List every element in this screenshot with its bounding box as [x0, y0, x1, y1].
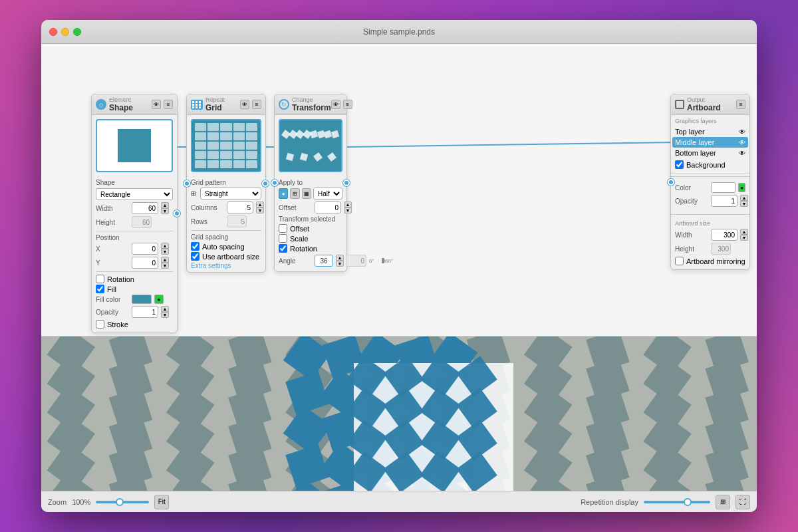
transform-output-connector[interactable] [343, 180, 350, 186]
grid-node: Repeat Grid 👁 ≡ [186, 94, 266, 273]
columns-stepper[interactable]: ▲ ▼ [256, 201, 264, 213]
shape-node-eye[interactable]: 👁 [152, 100, 161, 109]
angle-stepper[interactable]: ▲ ▼ [336, 255, 344, 267]
color-add-btn[interactable]: ● [738, 183, 745, 192]
y-stepper[interactable]: ▲ ▼ [161, 257, 169, 269]
width-up[interactable]: ▲ [161, 202, 169, 208]
fullscreen-btn[interactable]: ⛶ [735, 495, 750, 509]
grid-pattern-select[interactable]: Straight [200, 188, 261, 200]
fill-color-btn[interactable]: ● [154, 295, 164, 304]
shape-output-connector[interactable] [174, 210, 180, 217]
mirroring-checkbox[interactable] [675, 257, 684, 265]
svg-line-2 [347, 142, 677, 147]
y-input[interactable] [132, 257, 158, 269]
transform-node-eye[interactable]: 👁 [331, 100, 340, 109]
grid-input-connector[interactable] [184, 180, 190, 187]
rows-input[interactable] [227, 215, 247, 227]
middle-layer-name: Middle layer [675, 138, 714, 146]
grid-node-eye[interactable]: 👁 [240, 100, 249, 109]
transform-node-title: Transform [292, 103, 331, 112]
shape-node-menu[interactable]: ≡ [164, 100, 173, 109]
width-stepper[interactable]: ▲ ▼ [161, 202, 169, 214]
canvas-area: Zoom 100% Fit Repetition display ⊞ ⛶ [41, 336, 757, 512]
angle-input2[interactable] [346, 255, 366, 267]
rotation-check[interactable] [279, 244, 287, 253]
half-select[interactable]: Half [313, 188, 342, 200]
size-label: Artboard size [675, 220, 745, 227]
apply-grid-btn[interactable]: ⊞ [290, 188, 299, 199]
shape-node-icon: ◇ [96, 99, 106, 110]
maximize-button[interactable] [73, 28, 81, 36]
artboard-width-input[interactable] [711, 229, 737, 241]
shape-select[interactable]: Rectangle [96, 188, 173, 200]
grid-node-header: Repeat Grid 👁 ≡ [187, 94, 265, 115]
artboard-menu[interactable]: ≡ [736, 100, 745, 109]
x-input[interactable] [132, 243, 158, 255]
diamond-12 [327, 152, 336, 162]
bottom-layer-row[interactable]: Bottom layer 👁 [675, 148, 745, 158]
transform-node: ↻ Change Transform 👁 ≡ [274, 94, 347, 272]
bottom-layer-eye[interactable]: 👁 [739, 150, 745, 157]
transform-node-menu[interactable]: ≡ [343, 100, 352, 109]
grid-view-btn[interactable]: ⊞ [716, 495, 730, 509]
offset-check-label: Offset [290, 225, 309, 233]
width-input[interactable] [132, 202, 158, 214]
top-layer-row[interactable]: Top layer 👁 [675, 126, 745, 137]
middle-layer-eye[interactable]: 👁 [739, 139, 745, 146]
shape-preview [96, 119, 173, 172]
layers-section: Graphics layers Top layer 👁 Middle layer… [671, 115, 749, 174]
diamond-9 [285, 153, 294, 162]
fit-button[interactable]: Fit [154, 495, 169, 509]
repetition-thumb[interactable] [684, 498, 692, 506]
opacity-input[interactable] [132, 306, 158, 318]
grid-spacing-label: Grid spacing [191, 233, 261, 241]
background-checkbox[interactable] [675, 160, 684, 169]
top-layer-eye[interactable]: 👁 [739, 128, 745, 136]
grid-node-menu[interactable]: ≡ [252, 100, 261, 109]
fill-checkbox[interactable] [96, 285, 104, 293]
zoom-label: Zoom [48, 498, 66, 506]
minimize-button[interactable] [61, 28, 69, 36]
artboard-opacity-stepper[interactable]: ▲ ▼ [740, 195, 748, 207]
scale-check[interactable] [279, 234, 287, 243]
artboard-input-connector[interactable] [668, 179, 674, 186]
shape-rect-preview [118, 129, 151, 162]
width-down[interactable]: ▼ [161, 208, 169, 214]
zoom-slider[interactable] [96, 501, 149, 503]
rotation-checkbox[interactable] [96, 275, 104, 283]
top-layer-name: Top layer [675, 128, 705, 136]
use-artboard-checkbox[interactable] [191, 252, 200, 261]
artboard-subtitle: Output [687, 96, 721, 103]
repetition-slider[interactable] [644, 501, 710, 503]
middle-layer-row[interactable]: Middle layer 👁 [672, 137, 748, 148]
transform-input-connector[interactable] [271, 180, 278, 186]
height-input[interactable] [132, 216, 152, 228]
offset-stepper[interactable]: ▲ ▼ [344, 201, 352, 213]
extra-settings-link[interactable]: Extra settings [191, 262, 261, 269]
zoom-thumb[interactable] [116, 498, 124, 506]
rotation-check-label: Rotation [290, 245, 317, 253]
x-stepper[interactable]: ▲ ▼ [161, 243, 169, 255]
close-button[interactable] [49, 28, 57, 36]
stroke-checkbox[interactable] [96, 320, 104, 329]
opacity-stepper[interactable]: ▲ ▼ [161, 306, 169, 318]
apply-circle-btn[interactable]: ● [279, 188, 288, 199]
auto-spacing-checkbox[interactable] [191, 242, 200, 251]
grid-output-connector[interactable] [262, 180, 269, 187]
artboard-opacity-input[interactable] [711, 195, 737, 207]
fill-color-swatch[interactable] [132, 295, 152, 304]
artboard-width-stepper[interactable]: ▲ ▼ [740, 229, 748, 241]
angle-input[interactable] [315, 255, 333, 267]
angle-min: 0° [369, 258, 374, 264]
offset-check[interactable] [279, 224, 287, 233]
apply-all-btn[interactable]: ▦ [302, 188, 311, 199]
artboard-title: Artboard [687, 103, 721, 112]
diamond-10 [299, 153, 308, 162]
transform-selected-label: Transform selected [279, 215, 342, 223]
color-swatch[interactable] [711, 182, 735, 193]
artboard-height-input[interactable] [711, 243, 731, 255]
offset-input[interactable] [315, 201, 341, 213]
auto-spacing-label: Auto spacing [202, 243, 245, 251]
columns-input[interactable] [227, 201, 253, 213]
shape-node: ◇ Element Shape 👁 ≡ [91, 94, 178, 333]
